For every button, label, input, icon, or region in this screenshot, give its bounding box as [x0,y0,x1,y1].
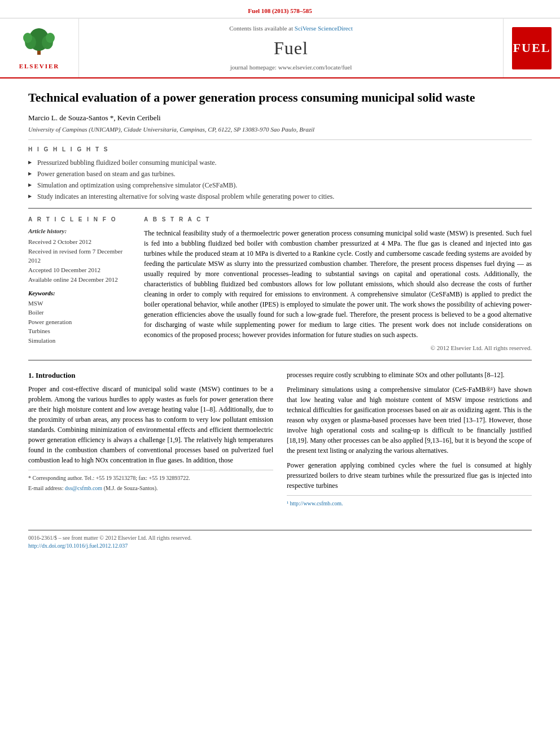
intro-para-1: Proper and cost-effective discard of mun… [28,384,273,465]
body-section: 1. Introduction Proper and cost-effectiv… [28,370,532,509]
received-date: Received 2 October 2012 [28,238,133,246]
divider-1 [28,139,532,140]
article-history: Article history: Received 2 October 2012… [28,227,133,284]
article-info-col: A R T I C L E I N F O Article history: R… [28,216,133,353]
sciverse-link-anchor[interactable]: SciVerse ScienceDirect [295,25,353,32]
divider-3 [28,360,532,361]
keyword-item: Simulation [28,337,133,345]
email-label: E-mail address: [28,485,63,491]
highlight-item: Study indicates an interesting alternati… [28,192,532,202]
footnote-1-text: ¹ http://www.csfmb.com. [287,500,343,506]
article-title: Technical evaluation of a power generati… [28,90,532,106]
elsevier-tree-icon [22,25,56,56]
sciverse-link: Contents lists available at SciVerse Sci… [229,24,352,33]
doi-anchor[interactable]: http://dx.doi.org/10.1016/j.fuel.2012.12… [28,543,128,549]
email-address: dss@csfmb.com [65,485,102,491]
elsevier-logo-box: ELSEVIER [0,19,79,77]
keyword-item: MSW [28,299,133,308]
intro-col2-para2: Preliminary simulations using a comprehe… [287,385,532,456]
article-info-abstract: A R T I C L E I N F O Article history: R… [28,216,532,353]
highlights-list: Pressurized bubbling fluidized boiler co… [28,158,532,201]
abstract-label: A B S T R A C T [144,216,532,224]
doi-link: http://dx.doi.org/10.1016/j.fuel.2012.12… [28,542,532,550]
highlight-item: Power generation based on steam and gas … [28,169,532,179]
keyword-item: Turbines [28,327,133,335]
body-col-left: 1. Introduction Proper and cost-effectiv… [28,370,273,509]
authors: Marcio L. de Souza-Santos *, Kevin Cerib… [28,113,532,123]
highlight-item: Simulation and optimization using compre… [28,181,532,190]
section-1-heading: 1. Introduction [28,370,273,381]
intro-col2-para1: processes require costly scrubbing to el… [287,370,532,380]
available-date: Available online 24 December 2012 [28,276,133,284]
journal-banner: ELSEVIER Contents lists available at Sci… [0,18,560,77]
abstract-paragraph: The technical feasibility study of a the… [144,228,532,340]
journal-badge: Fuel 108 (2013) 578–585 [0,5,560,18]
journal-badge-text: Fuel 108 (2013) 578–585 [248,7,312,14]
elsevier-logo: ELSEVIER [19,25,60,71]
keyword-item: Boiler [28,308,133,317]
keywords-list: MSW Boiler Power generation Turbines Sim… [28,299,133,345]
journal-header: Fuel 108 (2013) 578–585 ELSEVIER Conten [0,0,560,78]
journal-homepage: journal homepage: www.elsevier.com/locat… [230,63,352,72]
email-suffix: (M.J. de Souza-Santos). [104,485,158,491]
body-two-col: 1. Introduction Proper and cost-effectiv… [28,370,532,509]
footnote-1: ¹ http://www.csfmb.com. [287,499,532,508]
divider-2 [28,208,532,209]
history-label: Article history: [28,227,133,235]
accepted-date: Accepted 10 December 2012 [28,266,133,274]
body-col-right: processes require costly scrubbing to el… [287,370,532,509]
svg-point-4 [23,33,32,43]
highlight-item: Pressurized bubbling fluidized boiler co… [28,158,532,168]
highlights-section: H I G H L I G H T S Pressurized bubbling… [28,146,532,201]
email-link[interactable]: dss@csfmb.com [65,485,104,491]
elsevier-brand-text: ELSEVIER [19,62,60,71]
footnote-1-area: ¹ http://www.csfmb.com. [287,495,532,508]
bottom-bar: 0016-2361/$ – see front matter © 2012 El… [28,530,532,550]
fuel-logo-box: FUEL [504,19,560,77]
article-info-label: A R T I C L E I N F O [28,216,133,224]
fuel-logo: FUEL [512,27,552,69]
keyword-item: Power generation [28,318,133,326]
revised-date: Received in revised form 7 December 2012 [28,247,133,265]
keywords-section: Keywords: MSW Boiler Power generation Tu… [28,289,133,345]
doi-text: http://dx.doi.org/10.1016/j.fuel.2012.12… [28,543,128,549]
journal-title: Fuel [274,36,308,61]
copyright-text: © 2012 Elsevier Ltd. All rights reserved… [144,343,532,353]
author-names: Marcio L. de Souza-Santos *, Kevin Cerib… [28,113,161,122]
journal-center: Contents lists available at SciVerse Sci… [79,19,504,77]
abstract-section: A B S T R A C T The technical feasibilit… [144,216,532,353]
footnote-1-link[interactable]: ¹ http://www.csfmb.com. [287,500,343,506]
footnote-area: * Corresponding author. Tel.: +55 19 352… [28,470,273,492]
affiliation: University of Campinas (UNICAMP), Cidade… [28,125,532,134]
intro-col2-para3: Power generation applying combined cycle… [287,460,532,491]
issn-text: 0016-2361/$ – see front matter © 2012 El… [28,534,532,542]
article-container: Technical evaluation of a power generati… [0,78,560,521]
keywords-label: Keywords: [28,289,133,298]
abstract-text: The technical feasibility study of a the… [144,228,532,353]
svg-point-5 [46,33,55,43]
email-note: E-mail address: dss@csfmb.com (M.J. de S… [28,484,273,492]
corresponding-author-note: * Corresponding author. Tel.: +55 19 352… [28,474,273,482]
highlights-label: H I G H L I G H T S [28,146,532,154]
